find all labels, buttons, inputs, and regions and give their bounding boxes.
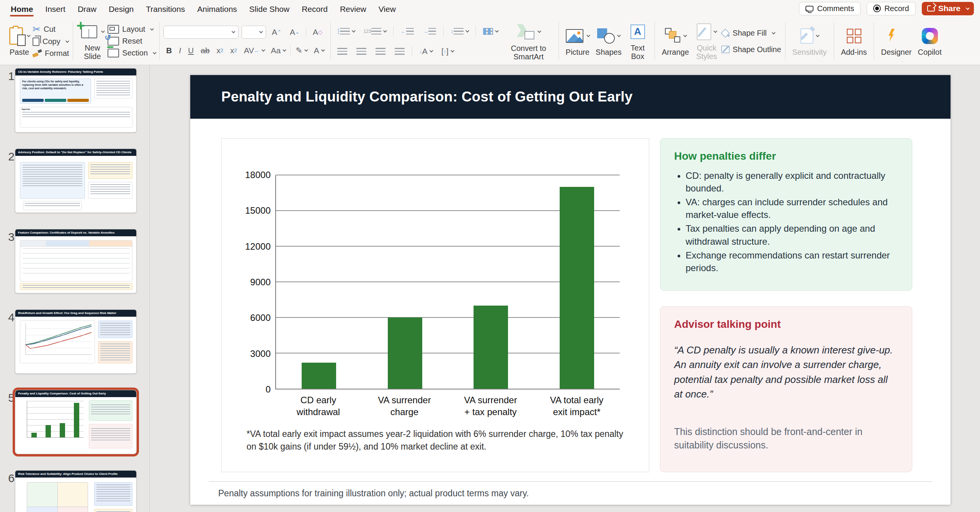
align-text-vertical-button[interactable]: [↕]: [439, 46, 456, 57]
bar-cell: [534, 175, 620, 389]
copy-button[interactable]: Copy: [33, 36, 69, 47]
slide-thumbnail-5-selected[interactable]: Penalty and Liquidity Comparison: Cost o…: [15, 390, 137, 454]
copilot-button[interactable]: Copilot: [915, 25, 944, 57]
thumb-title: CD-to-Variable Annuity Rollovers: Fiduci…: [15, 69, 136, 75]
arrange-button[interactable]: Arrange: [659, 25, 692, 57]
tab-insert[interactable]: Insert: [39, 1, 72, 16]
thumb-core-message: For clients using CDs for safety and liq…: [20, 79, 91, 91]
record-button[interactable]: Record: [867, 2, 915, 15]
paste-icon: [9, 27, 23, 45]
chevron-down-icon: [153, 51, 157, 54]
superscript-button[interactable]: x2: [214, 45, 226, 56]
copy-icon: [33, 38, 39, 46]
align-left-button[interactable]: [335, 47, 350, 56]
slide-thumbnail-1[interactable]: CD-to-Variable Annuity Rollovers: Fiduci…: [15, 68, 137, 132]
thumb-title: Feature Comparison: Certificates of Depo…: [15, 229, 136, 236]
insert-group: Picture Shapes A Text Box: [560, 20, 654, 62]
section-button[interactable]: Section: [108, 47, 155, 59]
font-color-button[interactable]: A: [311, 45, 327, 56]
slide-number: 1: [5, 70, 15, 83]
clear-formatting-button[interactable]: A◇: [310, 27, 325, 38]
copilot-icon: [922, 28, 938, 44]
numbering-button[interactable]: 123: [361, 27, 389, 36]
bold-button[interactable]: B: [163, 45, 175, 56]
advisor-talking-point-box[interactable]: Advisor talking point “A CD penalty is u…: [660, 306, 912, 472]
format-painter-button[interactable]: Format: [33, 48, 69, 59]
record-icon: [873, 5, 881, 12]
align-center-icon: [356, 48, 366, 55]
decrease-indent-button[interactable]: ←: [398, 27, 416, 36]
underline-button[interactable]: U: [185, 45, 196, 56]
layout-button[interactable]: Layout: [108, 24, 155, 35]
tab-record[interactable]: Record: [296, 1, 334, 16]
tab-design[interactable]: Design: [103, 1, 140, 16]
tab-review[interactable]: Review: [334, 1, 372, 16]
thumb-title: Risk/Return and Growth Effect: Fee Drag …: [15, 310, 136, 317]
chevron-down-icon: [495, 29, 499, 33]
highlight-button[interactable]: ✎: [293, 45, 310, 56]
powerpoint-window: Home Insert Draw Design Transitions Anim…: [0, 0, 980, 512]
character-spacing-button[interactable]: AV↔: [241, 45, 266, 56]
slide-thumbnail-3[interactable]: Feature Comparison: Certificates of Depo…: [15, 229, 137, 293]
columns-button[interactable]: [480, 27, 500, 36]
text-box-button[interactable]: A Text Box: [625, 21, 651, 61]
addins-group: Add-ins: [835, 20, 873, 62]
tab-home[interactable]: Home: [5, 1, 39, 16]
tab-draw[interactable]: Draw: [72, 1, 103, 16]
shape-fill-button[interactable]: Shape Fill: [721, 28, 781, 39]
bar-cell: [362, 175, 448, 389]
tab-animations[interactable]: Animations: [191, 1, 243, 16]
strikethrough-button[interactable]: ab: [198, 45, 212, 56]
shape-outline-button[interactable]: Shape Outline: [721, 44, 781, 55]
reset-button[interactable]: Reset: [108, 36, 155, 47]
slide-number: 4: [5, 311, 15, 324]
bar-cell: [276, 175, 362, 389]
new-slide-button[interactable]: New Slide: [77, 21, 108, 61]
bullets-button[interactable]: ⁝: [335, 26, 357, 37]
align-right-button[interactable]: [373, 47, 388, 56]
shapes-button[interactable]: Shapes: [593, 25, 625, 57]
chart-container[interactable]: 0300060009000120001500018000 CD early wi…: [221, 138, 649, 472]
bar: [31, 433, 37, 437]
cut-button[interactable]: ✂ Cut: [33, 23, 69, 35]
addins-icon: [847, 29, 861, 43]
paste-button[interactable]: Paste: [6, 25, 33, 57]
chevron-down-icon: [321, 48, 325, 52]
slide-thumbnail-2[interactable]: Advisory Position: Default to “Do Not Re…: [15, 149, 137, 213]
designer-button[interactable]: Designer: [878, 25, 915, 57]
sensitivity-button[interactable]: Sensitivity: [789, 25, 830, 57]
y-tick-label: 6000: [250, 312, 271, 323]
slide-thumbnail-6[interactable]: Risk Tolerance and Suitability: Align Pr…: [15, 470, 137, 512]
decrease-font-size-button[interactable]: A⌄: [287, 27, 302, 38]
line-spacing-button[interactable]: ↕: [448, 27, 471, 36]
picture-button[interactable]: Picture: [563, 25, 593, 57]
comments-button[interactable]: Comments: [799, 2, 861, 15]
slide-thumbnail-4[interactable]: Risk/Return and Growth Effect: Fee Drag …: [15, 309, 137, 374]
share-icon: [927, 5, 935, 11]
slide-canvas[interactable]: Penalty and Liquidity Comparison: Cost o…: [190, 75, 951, 505]
change-case-button[interactable]: Aa: [268, 45, 288, 56]
font-size-combo[interactable]: [242, 26, 266, 39]
penalties-differ-box[interactable]: How penalties differ CD: penalty is gene…: [660, 138, 912, 291]
tab-view[interactable]: View: [372, 1, 402, 16]
slides-group: New Slide Layout Reset Section: [74, 20, 158, 62]
justify-button[interactable]: [392, 47, 407, 56]
share-button[interactable]: Share: [922, 2, 974, 15]
text-direction-button[interactable]: ↓A: [417, 46, 435, 57]
tab-transitions[interactable]: Transitions: [140, 1, 191, 16]
bullet-item: Tax penalties can apply depending on age…: [686, 222, 898, 247]
subscript-button[interactable]: x2: [227, 45, 240, 56]
font-name-combo[interactable]: [163, 26, 238, 39]
thumb-agenda-label: Agenda: [20, 107, 132, 111]
tab-slide-show[interactable]: Slide Show: [243, 1, 296, 16]
increase-font-size-button[interactable]: A⌃: [269, 27, 284, 38]
chevron-down-icon: [966, 6, 970, 10]
align-center-button[interactable]: [354, 47, 369, 56]
quick-styles-button[interactable]: Quick Styles: [692, 21, 721, 61]
addins-button[interactable]: Add-ins: [838, 25, 870, 57]
convert-to-smartart-button[interactable]: Convert to SmartArt: [503, 21, 555, 62]
increase-indent-button[interactable]: →: [420, 27, 439, 36]
shape-outline-icon: [721, 46, 730, 53]
section-icon: [108, 49, 119, 57]
italic-button[interactable]: I: [176, 45, 184, 56]
